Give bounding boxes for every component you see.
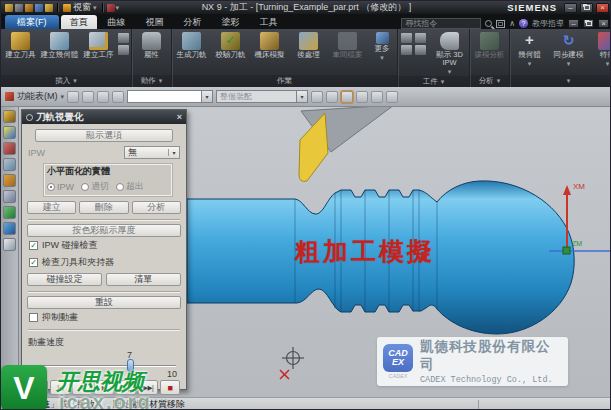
analysis-group-label[interactable]: 分析 ▾ [470,75,509,87]
command-search-input[interactable] [401,18,481,29]
select-body-icon[interactable] [112,91,124,103]
close-icon[interactable]: × [177,112,182,122]
midpoint-snap-icon[interactable] [341,91,353,103]
file-menu-button[interactable]: 檔案(F) [5,15,59,29]
create-operation-button[interactable]: 建立工序 [79,31,118,59]
action-group-label[interactable]: 動作 ▾ [132,75,171,87]
doc-minimize-button[interactable]: – [568,19,579,28]
copy-icon[interactable] [45,4,53,12]
geometry-body-button[interactable]: + 幾何體 ▾ [510,31,549,68]
dialog-title-bar[interactable]: 刀軌視覺化 × [22,110,186,124]
selection-scope-combo[interactable]: 整個裝配 ▾ [216,90,308,103]
restore-button[interactable] [580,3,593,13]
graphics-window[interactable]: XM ZM 粗加工模擬 CAD EX CADEX [1,107,611,397]
postprocess-button[interactable]: 後處理 [289,31,328,59]
cut-icon[interactable] [35,4,43,12]
display-options-button[interactable]: 顯示選項 [35,129,173,142]
select-face-icon[interactable] [82,91,94,103]
create-geometry-button[interactable]: 建立幾何體 [40,31,79,59]
snap-point-icon[interactable] [311,91,323,103]
radio-excess[interactable]: 超出 [116,180,144,193]
radio-gouge[interactable]: 過切 [81,180,109,193]
tab-home[interactable]: 首頁 [61,15,97,29]
rectangle-select-icon[interactable] [371,91,383,103]
animation-speed-slider[interactable]: 7 1 10 [32,349,176,379]
skip-to-end-button[interactable]: ▶▶| [138,380,158,395]
doc-close-button[interactable]: × [598,19,609,28]
reuse-library-icon[interactable] [3,190,16,203]
analyze-button[interactable]: 分析 [132,201,181,214]
window-menu[interactable]: 視窗 ▾ [63,1,97,14]
help-icon[interactable]: ? [519,19,528,28]
constraint-navigator-icon[interactable] [3,126,16,139]
ipw-option-icon-1[interactable] [401,33,412,43]
show-3d-ipw-button[interactable]: 顯示 3D IPW ▾ [430,31,469,76]
chevron-down-icon[interactable]: ▾ [116,4,120,12]
ipw-option-icon-4[interactable] [415,45,426,55]
redo-icon[interactable] [25,4,33,12]
rewind-to-start-button[interactable]: |◀◀ [28,380,48,395]
fullscreen-icon[interactable] [496,20,505,28]
machine-tool-navigator-icon[interactable] [3,174,16,187]
create-tool-button[interactable]: 建立刀具 [1,31,40,59]
reset-button[interactable]: 重設 [27,296,181,309]
suppress-animation-checkbox[interactable]: 抑制動畫 [29,311,179,324]
workpiece-group-label[interactable]: 工件 ▾ [398,76,469,87]
synchronous-modeling-button[interactable]: ↻ 同步建模 ▾ [549,31,588,68]
insert-group-label[interactable]: 插入 ▾ [1,75,131,87]
stop-button[interactable]: ■ [160,380,180,395]
slider-thumb[interactable] [127,359,134,372]
assembly-navigator-icon[interactable] [3,110,16,123]
insert-mini-icon-1[interactable] [118,33,129,43]
play-forward-button[interactable]: ▶ [94,380,114,395]
ipw-collision-checkbox[interactable]: ✓ IPW 碰撞檢查 [29,239,179,252]
insert-mini-icon-2[interactable] [118,45,129,55]
more-button[interactable]: 更多 ▾ [367,31,397,62]
create-button[interactable]: 建立 [27,201,76,214]
menu-button[interactable]: 功能表(M) ▾ [5,90,64,103]
slider-track[interactable] [32,365,176,367]
properties-button[interactable]: 屬性 [132,31,171,59]
collision-settings-button[interactable]: 碰撞設定 [27,273,102,286]
select-edge-icon[interactable] [97,91,109,103]
minimize-button[interactable]: – [564,3,577,13]
shaded-display-icon[interactable] [386,91,398,103]
save-icon[interactable] [5,4,13,12]
tab-render[interactable]: 塗彩 [213,15,249,29]
tab-view[interactable]: 視圖 [137,15,173,29]
web-browser-icon[interactable] [3,222,16,235]
feature-button[interactable]: 特徵 ▾ [588,31,611,68]
operation-navigator-icon[interactable] [3,158,16,171]
tab-curve[interactable]: 曲線 [99,15,135,29]
radio-ipw[interactable]: IPW [47,180,74,193]
step-forward-button[interactable]: ▶| [116,380,136,395]
play-backward-button[interactable]: ◀ [72,380,92,395]
part-navigator-icon[interactable] [3,142,16,155]
customize-icon[interactable] [107,4,115,12]
hd3d-tools-icon[interactable] [3,206,16,219]
tab-analysis[interactable]: 分析 [175,15,211,29]
selection-filter-combo[interactable]: ▾ [127,90,213,103]
generate-toolpath-button[interactable]: 生成刀軌 [172,31,211,59]
minimize-ribbon-icon[interactable]: ∧ [509,19,515,28]
delete-button[interactable]: 刪除 [79,201,128,214]
search-icon[interactable] [485,20,492,27]
machine-simulation-button[interactable]: 機床模擬 [250,31,289,59]
step-back-button[interactable]: |◀ [50,380,70,395]
intersection-snap-icon[interactable] [356,91,368,103]
no-selection-filter-icon[interactable] [67,91,79,103]
tab-tools[interactable]: 工具 [251,15,287,29]
undo-icon[interactable] [15,4,23,12]
faceted-solid-title: 小平面化的實體 [47,165,169,178]
tool-holder-checkbox[interactable]: ✓ 檢查刀具和夾持器 [29,256,179,269]
list-button[interactable]: 清單 [106,273,181,286]
thickness-by-color-button[interactable]: 按色彩顯示厚度 [27,224,181,237]
doc-restore-button[interactable] [583,19,594,28]
ipw-select[interactable]: 無 ▾ [124,146,180,159]
endpoint-snap-icon[interactable] [326,91,338,103]
ipw-option-icon-3[interactable] [401,45,412,55]
ipw-option-icon-2[interactable] [415,33,426,43]
history-icon[interactable] [3,238,16,251]
close-button[interactable]: × [596,3,609,13]
verify-toolpath-button[interactable]: ✓ 校驗刀軌 [211,31,250,59]
